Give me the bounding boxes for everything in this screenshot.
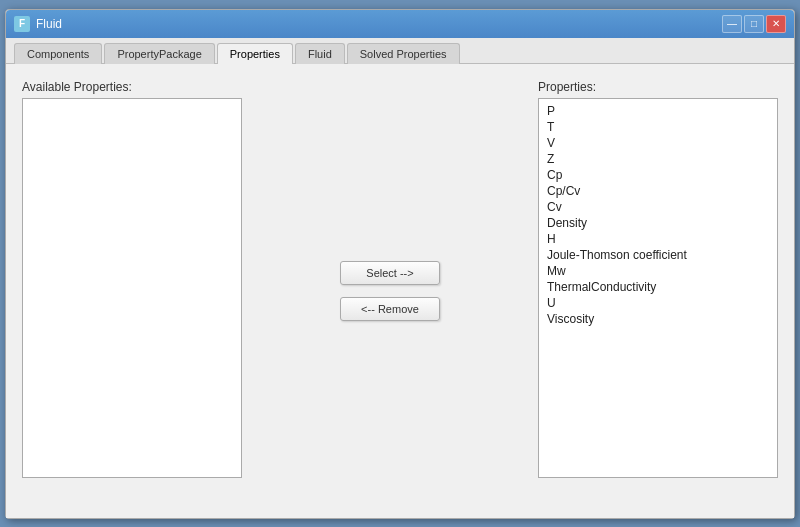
title-bar: F Fluid — □ ✕: [6, 10, 794, 38]
property-list-item[interactable]: P: [543, 103, 773, 119]
available-properties-label: Available Properties:: [22, 80, 242, 94]
tab-solved-properties[interactable]: Solved Properties: [347, 43, 460, 64]
property-list-item[interactable]: ThermalConductivity: [543, 279, 773, 295]
available-properties-section: Available Properties:: [22, 80, 242, 502]
property-list-item[interactable]: H: [543, 231, 773, 247]
main-window: F Fluid — □ ✕ Components PropertyPackage…: [5, 9, 795, 519]
tab-bar: Components PropertyPackage Properties Fl…: [6, 38, 794, 64]
property-list-item[interactable]: V: [543, 135, 773, 151]
available-properties-list[interactable]: [22, 98, 242, 478]
remove-button[interactable]: <-- Remove: [340, 297, 440, 321]
property-list-item[interactable]: Cv: [543, 199, 773, 215]
tab-property-package[interactable]: PropertyPackage: [104, 43, 214, 64]
properties-section: Properties: PTVZCpCp/CvCvDensityHJoule-T…: [538, 80, 778, 502]
panels: Available Properties: Select --> <-- Rem…: [22, 80, 778, 502]
maximize-button[interactable]: □: [744, 15, 764, 33]
properties-list: PTVZCpCp/CvCvDensityHJoule-Thomson coeff…: [539, 99, 777, 331]
property-list-item[interactable]: Density: [543, 215, 773, 231]
app-icon: F: [14, 16, 30, 32]
title-buttons: — □ ✕: [722, 15, 786, 33]
title-bar-left: F Fluid: [14, 16, 62, 32]
close-button[interactable]: ✕: [766, 15, 786, 33]
minimize-button[interactable]: —: [722, 15, 742, 33]
property-list-item[interactable]: T: [543, 119, 773, 135]
property-list-item[interactable]: Z: [543, 151, 773, 167]
property-list-item[interactable]: Cp/Cv: [543, 183, 773, 199]
tab-fluid[interactable]: Fluid: [295, 43, 345, 64]
property-list-item[interactable]: Joule-Thomson coefficient: [543, 247, 773, 263]
content-area: Available Properties: Select --> <-- Rem…: [6, 64, 794, 518]
middle-buttons: Select --> <-- Remove: [242, 80, 538, 502]
property-list-item[interactable]: Mw: [543, 263, 773, 279]
property-list-item[interactable]: U: [543, 295, 773, 311]
property-list-item[interactable]: Viscosity: [543, 311, 773, 327]
properties-label: Properties:: [538, 80, 778, 94]
window-title: Fluid: [36, 17, 62, 31]
tab-properties[interactable]: Properties: [217, 43, 293, 64]
property-list-item[interactable]: Cp: [543, 167, 773, 183]
tab-components[interactable]: Components: [14, 43, 102, 64]
select-button[interactable]: Select -->: [340, 261, 440, 285]
properties-list-box[interactable]: PTVZCpCp/CvCvDensityHJoule-Thomson coeff…: [538, 98, 778, 478]
